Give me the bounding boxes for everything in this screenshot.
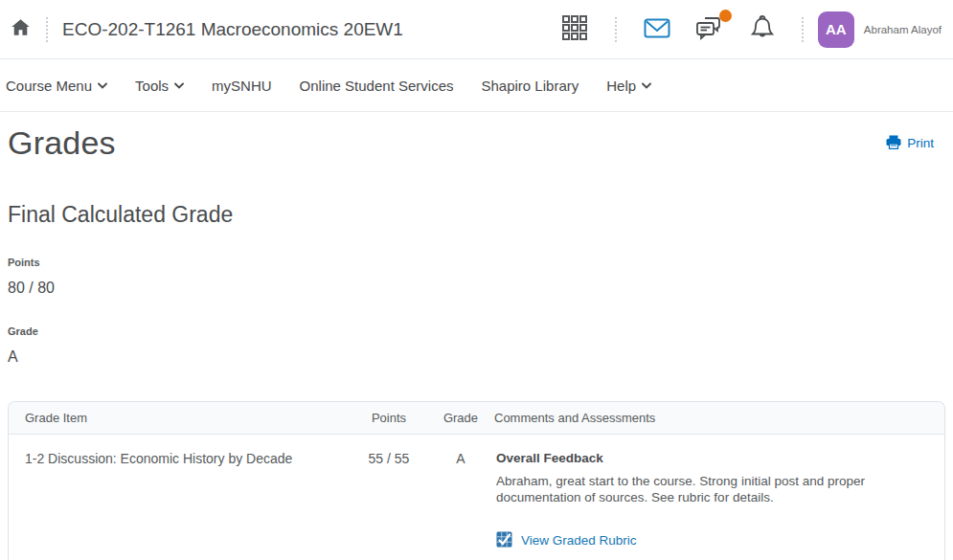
course-title: ECO-202-T1261 Macroeconomics 20EW1	[62, 19, 403, 40]
chevron-down-icon	[98, 82, 107, 89]
col-header-grade: Grade	[427, 411, 494, 425]
main-content: Grades Print Final Calculated Grade Poin…	[0, 124, 953, 560]
nav-mysnhu[interactable]: mySNHU	[212, 78, 272, 94]
view-graded-rubric-link[interactable]: View Graded Rubric	[496, 531, 637, 550]
nav-help[interactable]: Help	[606, 78, 651, 94]
col-header-comments: Comments and Assessments	[494, 411, 933, 425]
user-name: Abraham Alayof	[864, 24, 942, 35]
row-grade: A	[427, 451, 494, 550]
avatar-initials: AA	[826, 21, 847, 37]
nav-online-student-services[interactable]: Online Student Services	[300, 78, 454, 94]
final-grade-heading: Final Calculated Grade	[8, 202, 945, 228]
home-button[interactable]	[10, 17, 32, 41]
printer-icon	[886, 135, 901, 152]
points-value: 80 / 80	[8, 280, 945, 297]
home-icon	[10, 17, 32, 41]
chevron-down-icon	[174, 82, 184, 89]
rubric-icon	[496, 531, 512, 550]
print-label: Print	[907, 136, 934, 150]
avatar[interactable]: AA	[818, 11, 854, 48]
divider	[802, 17, 804, 42]
col-header-grade-item: Grade Item	[25, 411, 351, 425]
envelope-icon	[644, 18, 670, 41]
nav-shapiro-library[interactable]: Shapiro Library	[482, 78, 579, 94]
grid-icon	[561, 14, 588, 44]
divider	[615, 17, 617, 42]
grade-item-name: 1-2 Discussion: Economic History by Deca…	[25, 451, 351, 550]
rubric-link-label: View Graded Rubric	[521, 533, 637, 548]
grade-value: A	[8, 348, 945, 366]
comments-cell: Overall Feedback Abraham, great start to…	[494, 451, 933, 550]
nav-tools[interactable]: Tools	[135, 78, 184, 94]
grades-table: Grade Item Points Grade Comments and Ass…	[8, 401, 945, 560]
row-points: 55 / 55	[351, 451, 427, 550]
bell-icon	[750, 14, 775, 44]
page-title: Grades	[8, 124, 116, 162]
nav-course-menu[interactable]: Course Menu	[6, 78, 107, 94]
divider	[46, 17, 48, 42]
notification-dot	[719, 10, 732, 22]
course-navbar: Course Menu Tools mySNHU Online Student …	[0, 59, 953, 112]
table-row: 1-2 Discussion: Economic History by Deca…	[9, 435, 944, 560]
topbar-actions: AA Abraham Alayof	[549, 11, 942, 48]
points-label: Points	[8, 257, 945, 268]
feedback-text: Abraham, great start to the course. Stro…	[496, 474, 879, 506]
top-header-bar: ECO-202-T1261 Macroeconomics 20EW1	[0, 0, 953, 59]
grade-label: Grade	[8, 325, 945, 337]
app-switcher-button[interactable]	[561, 14, 588, 44]
chevron-down-icon	[642, 82, 651, 89]
email-button[interactable]	[644, 18, 670, 41]
alerts-button[interactable]	[750, 14, 775, 44]
col-header-points: Points	[351, 411, 427, 425]
chat-button[interactable]	[695, 14, 725, 44]
feedback-title: Overall Feedback	[496, 451, 933, 465]
print-button[interactable]: Print	[886, 135, 934, 152]
table-header-row: Grade Item Points Grade Comments and Ass…	[9, 402, 944, 435]
